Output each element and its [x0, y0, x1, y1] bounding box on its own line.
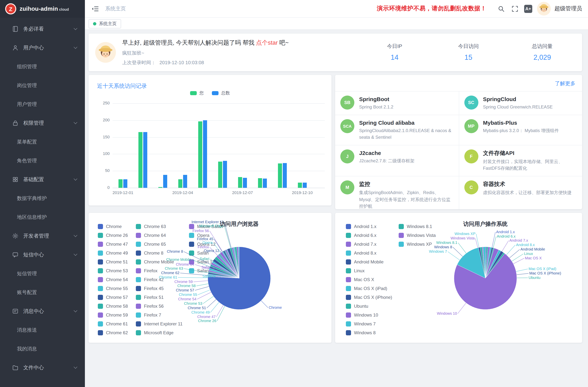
sidebar-subitem[interactable]: 岗位管理 — [0, 76, 85, 95]
legend-item[interactable]: Mac OS X (iPad) — [346, 284, 392, 293]
legend-item[interactable]: Opera — [189, 231, 223, 240]
sidebar-subitem[interactable]: 短信管理 — [0, 264, 85, 283]
star-link[interactable]: 点个star — [256, 39, 278, 45]
sidebar-item[interactable]: 短信中心 — [0, 245, 85, 264]
legend-item[interactable]: Safari — [189, 249, 223, 258]
legend-item[interactable]: Android 1.x — [346, 222, 392, 231]
sidebar-item[interactable]: 基础配置 — [0, 170, 85, 189]
feature-item[interactable]: JJ2cacheJ2cache2.7.8: 二级缓存框架 — [335, 145, 459, 176]
feature-item[interactable]: SCSpringCloudSpring Cloud Greenwich.RELE… — [459, 91, 582, 115]
font-size-icon[interactable]: A+ — [524, 5, 532, 13]
user-avatar[interactable] — [537, 2, 551, 16]
legend-item[interactable]: Chrome 55 — [98, 284, 128, 293]
feature-desc: 集成SpringBootAdmin、Zipkin、Redis、Mysql、定时任… — [359, 189, 453, 209]
sidebar-item[interactable]: 消息中心 — [0, 302, 85, 321]
legend-item[interactable]: Mac OS X — [346, 275, 392, 284]
legend-item[interactable]: Opera 12 — [189, 240, 223, 249]
tab-home[interactable]: 系统主页 — [89, 19, 121, 28]
legend-item[interactable]: Chrome 47 — [98, 240, 128, 249]
legend-item[interactable]: 您 — [190, 90, 204, 96]
legend-item[interactable]: Firefox 45 — [136, 284, 183, 293]
legend-item[interactable]: Firefox 7 — [136, 311, 183, 320]
sidebar-subitem[interactable]: 我的消息 — [0, 339, 85, 358]
sidebar-item[interactable]: 务必详看 — [0, 20, 85, 38]
legend-item[interactable]: Chrome 26 — [98, 231, 128, 240]
app-logo[interactable]: Z zuihou-admincloud — [0, 0, 85, 18]
legend-item[interactable]: Mobile Safari — [189, 222, 223, 231]
bar-group — [218, 103, 227, 188]
active-tab-dot — [93, 22, 96, 25]
legend-item[interactable]: Firefox — [136, 266, 183, 275]
legend-item[interactable]: Internet Explorer 11 — [136, 320, 183, 328]
legend-label: Linux — [354, 268, 364, 273]
legend-item[interactable]: Chrome 64 — [136, 231, 183, 240]
legend-item[interactable]: Chrome 57 — [98, 293, 128, 302]
legend-item[interactable]: Chrome 49 — [98, 249, 128, 258]
legend-item[interactable]: Chrome — [98, 222, 128, 231]
sidebar-item[interactable]: 用户中心 — [0, 38, 85, 57]
legend-item[interactable]: Ubuntu — [346, 302, 392, 311]
legend-item[interactable]: Chrome 8 — [136, 249, 183, 258]
sidebar-subitem[interactable]: 角色管理 — [0, 151, 85, 170]
legend-item[interactable]: Chrome 61 — [98, 320, 128, 328]
legend-item[interactable]: Chrome 51 — [98, 258, 128, 266]
fullscreen-icon[interactable] — [510, 4, 519, 13]
breadcrumb[interactable]: 系统主页 — [105, 5, 126, 12]
legend-item[interactable]: Chrome 62 — [98, 328, 128, 337]
feature-item[interactable]: M监控集成SpringBootAdmin、Zipkin、Redis、Mysql、… — [335, 176, 459, 209]
feature-item[interactable]: C容器技术虚拟化容器技术，让迁移、部署更加方便快捷 — [459, 176, 582, 209]
sidebar-subitem[interactable]: 菜单配置 — [0, 132, 85, 151]
demo-notice-text: 演示环境维护不易，请勿乱删乱改数据！ — [377, 5, 486, 13]
legend-item[interactable]: Windows 10 — [346, 311, 392, 320]
visits-bar-chart[interactable]: 0501001502002502019-12-012019-12-042019-… — [113, 103, 325, 188]
learn-more-link[interactable]: 了解更多 — [555, 81, 575, 87]
sidebar-subitem[interactable]: 消息推送 — [0, 321, 85, 339]
legend-item[interactable]: Windows XP — [399, 240, 436, 249]
legend-item[interactable]: Windows 7 — [346, 320, 392, 328]
sidebar-subitem[interactable]: 账号配置 — [0, 283, 85, 302]
legend-item[interactable]: Safari 11 — [189, 258, 223, 266]
legend-item[interactable]: Chrome 53 — [98, 266, 128, 275]
legend-item[interactable]: Firefox 51 — [136, 293, 183, 302]
feature-item[interactable]: F文件存储API封装文件接口，实现本地存储、阿里云、FastDFS存储的配置化 — [459, 145, 582, 176]
legend-item[interactable]: Mac OS X (iPhone) — [346, 293, 392, 302]
os-chart-legend: Android 1.xAndroid 6.xAndroid 7.xAndroid… — [335, 213, 582, 343]
legend-item[interactable]: Android 7.x — [346, 240, 392, 249]
legend-item[interactable]: Windows 8 — [346, 328, 392, 337]
sidebar-item[interactable]: 开发者管理 — [0, 226, 85, 245]
bar — [303, 183, 307, 188]
feature-item[interactable]: SCASpring Cloud alibabaSpringCloudAlibab… — [335, 115, 459, 145]
legend-item[interactable]: Windows 8.1 — [399, 222, 436, 231]
legend-item[interactable]: Microsoft Edge — [136, 328, 183, 337]
legend-item[interactable]: Linux — [346, 266, 392, 275]
legend-item[interactable]: Chrome 54 — [98, 275, 128, 284]
legend-item[interactable]: Android 8.x — [346, 249, 392, 258]
sidebar-subitem[interactable]: 用户管理 — [0, 95, 85, 114]
sidebar-subitem[interactable]: 地区信息维护 — [0, 208, 85, 226]
feature-item[interactable]: SBSpringBootSpring Boot 2.1.2 — [335, 91, 459, 115]
legend-item[interactable]: Chrome Mobile — [136, 258, 183, 266]
legend-swatch — [136, 242, 141, 247]
legend-item[interactable]: Safari 9 — [189, 266, 223, 275]
legend-item[interactable]: Chrome 58 — [98, 302, 128, 311]
legend-label: Safari — [197, 250, 209, 256]
sidebar-item[interactable]: 文件中心 — [0, 358, 85, 377]
legend-item[interactable]: Chrome 59 — [98, 311, 128, 320]
feature-item[interactable]: MPMybatis-PlusMybatis-plus 3.2.0： Mybati… — [459, 115, 582, 145]
search-icon[interactable] — [497, 4, 506, 13]
legend-item[interactable]: Firefox 56 — [136, 302, 183, 311]
collapse-menu-icon[interactable] — [92, 6, 99, 12]
stat-block: 总访问量2,029 — [505, 43, 579, 61]
username[interactable]: 超级管理员 — [554, 5, 582, 12]
sidebar-subitem[interactable]: 组织管理 — [0, 57, 85, 76]
sidebar-item[interactable]: 权限管理 — [0, 114, 85, 132]
legend-item[interactable]: Chrome 63 — [136, 222, 183, 231]
sidebar-subitem[interactable]: 数据字典维护 — [0, 189, 85, 208]
legend-item[interactable]: 总数 — [212, 90, 230, 96]
legend-item[interactable]: Android 6.x — [346, 231, 392, 240]
legend-item[interactable]: Windows Vista — [399, 231, 436, 240]
bar — [183, 175, 187, 188]
legend-item[interactable]: Firefox 42 — [136, 275, 183, 284]
legend-item[interactable]: Android Mobile — [346, 258, 392, 266]
legend-item[interactable]: Chrome 65 — [136, 240, 183, 249]
